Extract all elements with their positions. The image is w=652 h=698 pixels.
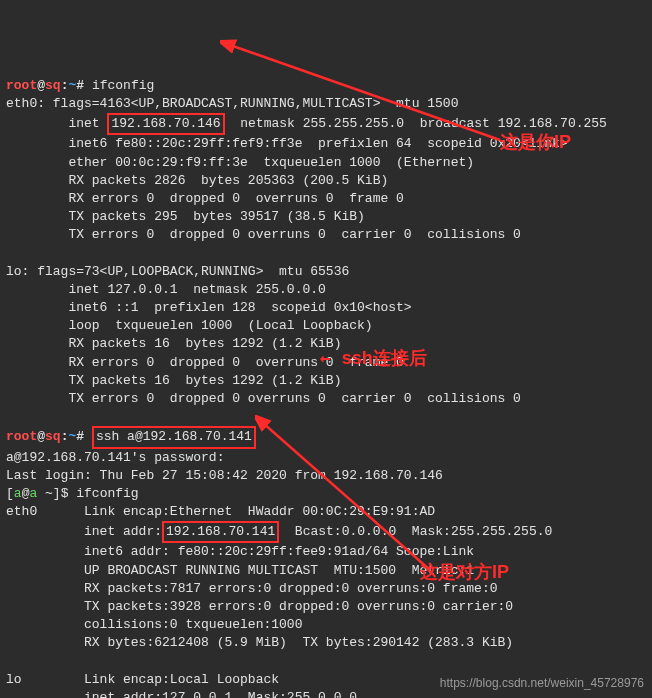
lo-flags: lo: flags=73<UP,LOOPBACK,RUNNING> mtu 65…	[6, 264, 349, 279]
annotation-remote-ip: 这是对方IP	[420, 560, 509, 585]
ssh-password-prompt: a@192.168.70.141's password:	[6, 450, 232, 465]
last-login: Last login: Thu Feb 27 15:08:42 2020 fro…	[6, 468, 443, 483]
annotation-your-ip: 这是你IP	[500, 130, 571, 155]
ssh-command-box: ssh a@192.168.70.141	[92, 426, 256, 448]
eth0-flags: eth0: flags=4163<UP,BROADCAST,RUNNING,MU…	[6, 96, 458, 111]
terminal-output[interactable]: root@sq:~# ifconfig eth0: flags=4163<UP,…	[6, 77, 646, 698]
watermark: https://blog.csdn.net/weixin_45728976	[440, 675, 644, 692]
remote-eth0: eth0 Link encap:Ethernet HWaddr 00:0C:29…	[6, 504, 451, 519]
annotation-ssh: ← ssh连接后	[320, 345, 427, 371]
command-ifconfig-2: ifconfig	[76, 486, 138, 501]
prompt-user: root	[6, 78, 37, 93]
remote-ip-box: 192.168.70.141	[162, 521, 279, 543]
remote-lo: lo Link encap:Local Loopback	[6, 672, 295, 687]
your-ip-box: 192.168.70.146	[107, 113, 224, 135]
command-ifconfig: ifconfig	[92, 78, 154, 93]
